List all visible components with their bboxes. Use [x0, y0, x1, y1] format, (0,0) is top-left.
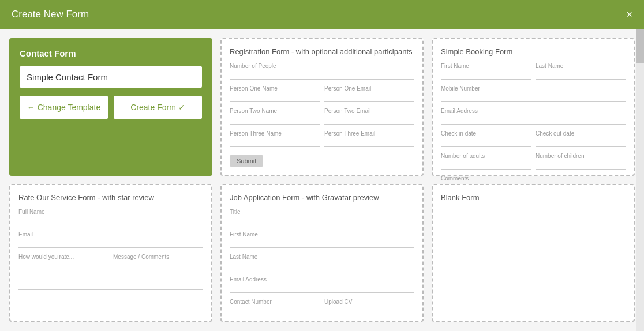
template-card-job-application[interactable]: Job Application Form - with Gravatar pre… — [220, 184, 424, 322]
template-card-rate-service[interactable]: Rate Our Service Form - with star review… — [9, 184, 212, 322]
template-title-job-application: Job Application Form - with Gravatar pre… — [230, 193, 414, 202]
template-title-rate-service: Rate Our Service Form - with star review — [18, 193, 203, 202]
modal-container: Create New Form × Contact Form ← Change … — [0, 0, 644, 331]
contact-form-title: Contact Form — [20, 48, 202, 58]
change-template-button[interactable]: ← Change Template — [20, 96, 108, 119]
modal-header: Create New Form × — [0, 0, 644, 29]
mock-field-title: Title — [230, 209, 414, 228]
form-name-input[interactable] — [20, 66, 202, 88]
mock-field-lastname: Last Name — [230, 254, 414, 273]
close-button[interactable]: × — [626, 9, 632, 20]
mock-field-email-rate: Email — [18, 231, 203, 250]
mock-field-email: Email Address — [441, 108, 626, 127]
template-title-registration: Registration Form - with optional additi… — [230, 47, 414, 56]
mock-row-names: First Name Last Name — [441, 63, 626, 82]
template-card-booking[interactable]: Simple Booking Form First Name Last Name… — [432, 38, 635, 176]
mock-row-contact-cv: Contact Number Upload CV — [230, 299, 414, 318]
mock-row-person-one: Person One Name Person One Email — [230, 85, 414, 104]
scrollbar-thumb[interactable] — [636, 29, 644, 63]
mock-row-rating: How would you rate... Message / Comments — [18, 254, 203, 273]
mock-row-person-two: Person Two Name Person Two Email — [230, 108, 414, 127]
template-card-blank[interactable]: Blank Form — [432, 184, 635, 322]
modal-title: Create New Form — [12, 9, 89, 20]
mock-field-mobile: Mobile Number — [441, 85, 626, 104]
mock-row-person-three: Person Three Name Person Three Email — [230, 130, 414, 149]
modal-body: Contact Form ← Change Template Create Fo… — [0, 29, 644, 331]
mock-field-number-of-people: Number of People — [230, 63, 414, 82]
template-title-booking: Simple Booking Form — [441, 47, 626, 56]
template-title-blank: Blank Form — [441, 193, 626, 202]
mock-field-emailaddress: Email Address — [230, 276, 414, 295]
mock-field-fullname: Full Name — [18, 209, 203, 228]
mock-submit-registration: Submit — [230, 155, 263, 167]
contact-form-card: Contact Form ← Change Template Create Fo… — [9, 38, 212, 176]
mock-row-checkin: Check in date Check out date — [441, 130, 626, 149]
mock-field-firstname: First Name — [230, 231, 414, 250]
card-actions: ← Change Template Create Form ✓ — [20, 96, 202, 119]
mock-row-adults: Number of adults Number of children — [441, 153, 626, 172]
template-card-registration[interactable]: Registration Form - with optional additi… — [220, 38, 424, 176]
scrollbar-track[interactable] — [636, 29, 644, 331]
create-form-button[interactable]: Create Form ✓ — [114, 96, 202, 119]
